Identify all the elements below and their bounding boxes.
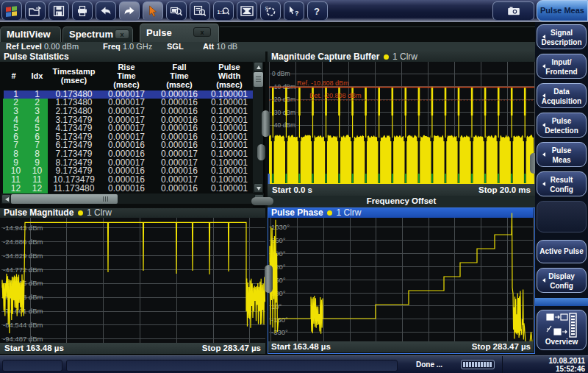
svg-text:?: ? — [295, 10, 299, 17]
svg-text:-14.943 dBm: -14.943 dBm — [3, 224, 43, 232]
svg-text:Ref. -10.808 dBm: Ref. -10.808 dBm — [297, 79, 349, 87]
svg-text:-34.829 dBm: -34.829 dBm — [3, 252, 43, 260]
svg-text:1030°: 1030° — [271, 223, 290, 231]
svg-text:-94.487 dBm: -94.487 dBm — [3, 335, 43, 343]
svg-text:-30 dBm: -30 dBm — [272, 109, 295, 116]
svg-text:-20 dBm: -20 dBm — [272, 96, 295, 103]
svg-text:-44.772 dBm: -44.772 dBm — [3, 266, 43, 274]
svg-text:0 dBm: 0 dBm — [272, 70, 290, 77]
svg-text:-24.886 dBm: -24.886 dBm — [3, 238, 43, 246]
svg-text:-10 dBm: -10 dBm — [272, 83, 295, 90]
svg-text:Det. -20.808 dBm: Det. -20.808 dBm — [309, 92, 362, 99]
svg-text:?: ? — [314, 6, 320, 17]
svg-text:-160°: -160° — [271, 316, 288, 324]
svg-text:-40 dBm: -40 dBm — [272, 121, 295, 129]
svg-text:-330°: -330° — [271, 328, 288, 336]
